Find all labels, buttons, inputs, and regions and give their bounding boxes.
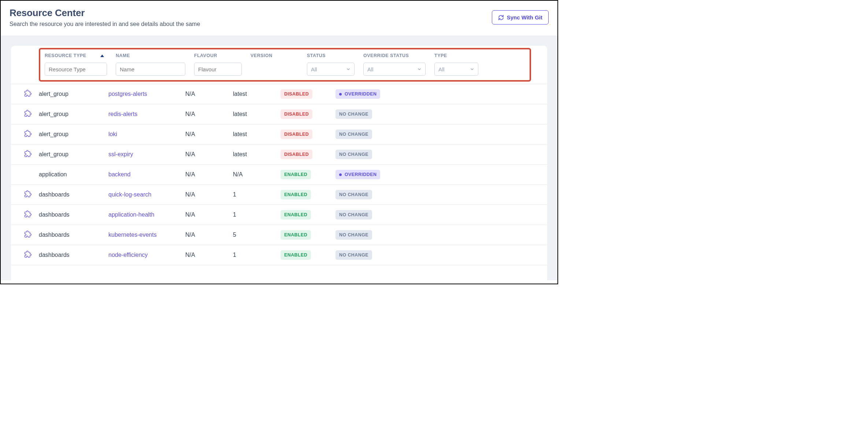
status-badge: ENABLED (281, 230, 311, 240)
dot-icon (339, 173, 342, 176)
resource-name-link[interactable]: redis-alerts (108, 111, 137, 117)
override-status-badge: NO CHANGE (335, 130, 372, 139)
override-status-badge: OVERRIDDEN (335, 170, 380, 179)
table-row: alert_grouppostgres-alertsN/AlatestDISAB… (11, 84, 547, 104)
override-status-badge: NO CHANGE (335, 210, 372, 220)
filter-resource-type-input[interactable] (45, 63, 107, 76)
extension-icon (24, 231, 31, 238)
status-badge: DISABLED (281, 130, 312, 139)
cell-flavour: N/A (185, 151, 233, 158)
column-header-version[interactable]: VERSION (251, 53, 298, 58)
sync-with-git-button[interactable]: Sync With Git (492, 10, 549, 25)
table-row: applicationbackendN/AN/AENABLEDOVERRIDDE… (11, 165, 547, 185)
cell-version: 1 (233, 252, 281, 258)
cell-flavour: N/A (185, 211, 233, 218)
override-status-badge: NO CHANGE (335, 230, 372, 240)
table-row: dashboardskubernetes-eventsN/A5ENABLEDNO… (11, 225, 547, 245)
cell-resource-type: dashboards (39, 191, 108, 198)
cell-version: latest (233, 91, 281, 97)
filters-highlight: RESOURCE TYPE NAME FLAVOUR VERSION STATU… (39, 48, 531, 82)
cell-version: latest (233, 111, 281, 117)
filter-name-input[interactable] (116, 63, 185, 76)
override-status-badge: NO CHANGE (335, 250, 372, 260)
status-badge: DISABLED (281, 89, 312, 99)
override-status-badge: NO CHANGE (335, 190, 372, 199)
override-status-badge: NO CHANGE (335, 150, 372, 159)
filter-status-select[interactable]: All (307, 63, 355, 76)
extension-icon (24, 110, 31, 117)
cell-resource-type: dashboards (39, 252, 108, 258)
extension-icon (24, 130, 31, 137)
cell-flavour: N/A (185, 171, 233, 178)
cell-resource-type: alert_group (39, 131, 108, 138)
table-row: alert_groupredis-alertsN/AlatestDISABLED… (11, 104, 547, 124)
extension-icon (24, 210, 31, 218)
cell-flavour: N/A (185, 252, 233, 258)
cell-version: N/A (233, 171, 281, 178)
override-status-badge: NO CHANGE (335, 109, 372, 119)
resource-name-link[interactable]: kubernetes-events (108, 232, 157, 238)
resource-name-link[interactable]: loki (108, 131, 117, 137)
cell-version: 5 (233, 232, 281, 238)
cell-version: latest (233, 151, 281, 158)
column-header-override-status[interactable]: OVERRIDE STATUS (363, 53, 426, 58)
extension-icon (24, 190, 31, 198)
resource-table-card: RESOURCE TYPE NAME FLAVOUR VERSION STATU… (11, 46, 547, 280)
extension-icon (24, 90, 31, 97)
filter-flavour-input[interactable] (194, 63, 242, 76)
cell-resource-type: application (39, 171, 108, 178)
resource-name-link[interactable]: application-health (108, 211, 154, 218)
cell-resource-type: alert_group (39, 151, 108, 158)
page-header: Resource Center Search the resource you … (1, 1, 557, 35)
override-status-badge: OVERRIDDEN (335, 89, 380, 99)
cell-resource-type: dashboards (39, 232, 108, 238)
resource-name-link[interactable]: quick-log-search (108, 191, 151, 198)
cell-version: latest (233, 131, 281, 138)
filter-type-select[interactable]: All (434, 63, 478, 76)
cell-resource-type: alert_group (39, 91, 108, 97)
status-badge: ENABLED (281, 210, 311, 220)
dot-icon (339, 93, 342, 95)
table-row: alert_grouplokiN/AlatestDISABLEDNO CHANG… (11, 124, 547, 145)
column-header-name[interactable]: NAME (116, 53, 185, 58)
cell-flavour: N/A (185, 191, 233, 198)
table-row: alert_groupssl-expiryN/AlatestDISABLEDNO… (11, 145, 547, 165)
column-header-flavour[interactable]: FLAVOUR (194, 53, 242, 58)
column-header-type[interactable]: TYPE (434, 53, 478, 58)
resource-name-link[interactable]: backend (108, 171, 131, 177)
sync-button-label: Sync With Git (507, 14, 542, 20)
cell-flavour: N/A (185, 111, 233, 117)
column-header-resource-type[interactable]: RESOURCE TYPE (45, 53, 107, 58)
cell-flavour: N/A (185, 91, 233, 97)
resource-name-link[interactable]: ssl-expiry (108, 151, 133, 157)
table-row: dashboardsnode-efficiencyN/A1ENABLEDNO C… (11, 245, 547, 265)
sort-ascending-icon (100, 55, 104, 57)
filter-override-status-select[interactable]: All (363, 63, 426, 76)
cell-version: 1 (233, 191, 281, 198)
table-row: dashboardsapplication-healthN/A1ENABLEDN… (11, 205, 547, 225)
cell-version: 1 (233, 211, 281, 218)
cell-flavour: N/A (185, 131, 233, 138)
cell-resource-type: dashboards (39, 211, 108, 218)
extension-icon (24, 150, 31, 157)
cell-resource-type: alert_group (39, 111, 108, 117)
status-badge: ENABLED (281, 190, 311, 199)
resource-name-link[interactable]: postgres-alerts (108, 91, 147, 97)
page-title: Resource Center (10, 7, 200, 19)
status-badge: DISABLED (281, 150, 312, 159)
status-badge: ENABLED (281, 250, 311, 260)
status-badge: ENABLED (281, 170, 311, 179)
cell-flavour: N/A (185, 232, 233, 238)
page-subtitle: Search the resource you are interested i… (10, 21, 200, 27)
resource-name-link[interactable]: node-efficiency (108, 252, 148, 258)
table-row: dashboardsquick-log-searchN/A1ENABLEDNO … (11, 185, 547, 205)
sync-icon (498, 15, 504, 20)
status-badge: DISABLED (281, 109, 312, 119)
extension-icon (24, 251, 31, 258)
column-header-status[interactable]: STATUS (307, 53, 355, 58)
